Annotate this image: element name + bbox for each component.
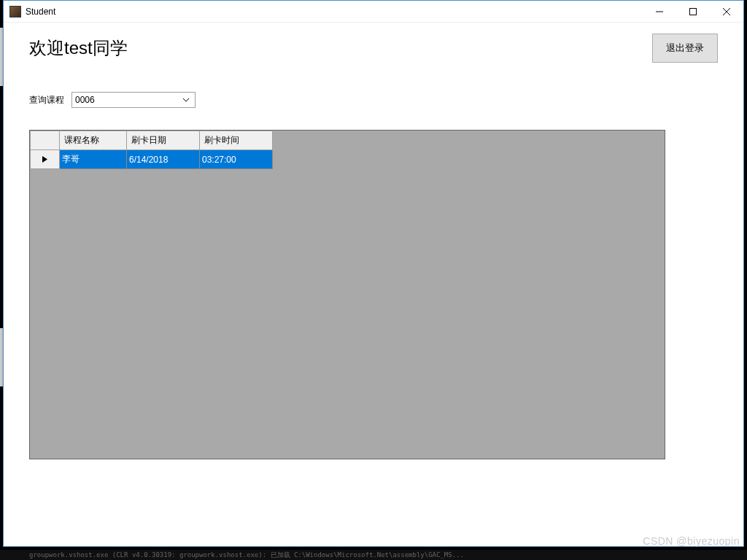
content-area: 欢迎test同学 退出登录 查询课程 0006 课程名称 刷卡日期 [4,23,743,474]
row-header-corner [31,131,60,150]
course-select-value: 0006 [75,95,179,105]
cell-swipe-time[interactable]: 03:27:00 [200,150,273,169]
window-controls [643,1,743,23]
current-row-icon [42,156,47,163]
svg-marker-4 [42,156,47,163]
titlebar: Student [4,1,743,23]
app-icon [9,6,21,18]
datagrid[interactable]: 课程名称 刷卡日期 刷卡时间 李哥 6/14/2018 [29,130,665,459]
svg-rect-1 [690,8,697,15]
watermark: CSDN @biyezuopin [643,535,740,547]
header-row: 欢迎test同学 退出登录 [29,34,718,63]
column-swipe-time[interactable]: 刷卡时间 [200,131,273,150]
column-course-name[interactable]: 课程名称 [60,131,127,150]
row-indicator [31,150,60,169]
course-select[interactable]: 0006 [71,92,196,108]
cell-course-name[interactable]: 李哥 [60,150,127,169]
header-row: 课程名称 刷卡日期 刷卡时间 [31,131,273,150]
console-output-strip: groupwork.vshost.exe (CLR v4.0.30319: gr… [0,550,747,560]
close-button[interactable] [710,1,743,23]
table-row[interactable]: 李哥 6/14/2018 03:27:00 [31,150,273,169]
minimize-button[interactable] [643,1,676,23]
chevron-down-icon [179,93,192,107]
window-title: Student [26,7,55,17]
column-swipe-date[interactable]: 刷卡日期 [127,131,200,150]
query-course-label: 查询课程 [29,94,64,106]
logout-button[interactable]: 退出登录 [652,34,718,63]
query-row: 查询课程 0006 [29,92,718,108]
welcome-heading: 欢迎test同学 [29,36,128,60]
student-window: Student 欢迎test同学 退出登录 查询课程 0006 [3,0,744,547]
maximize-button[interactable] [676,1,710,23]
minimize-icon [656,8,663,15]
cell-swipe-date[interactable]: 6/14/2018 [127,150,200,169]
close-icon [723,8,730,15]
maximize-icon [689,8,697,15]
